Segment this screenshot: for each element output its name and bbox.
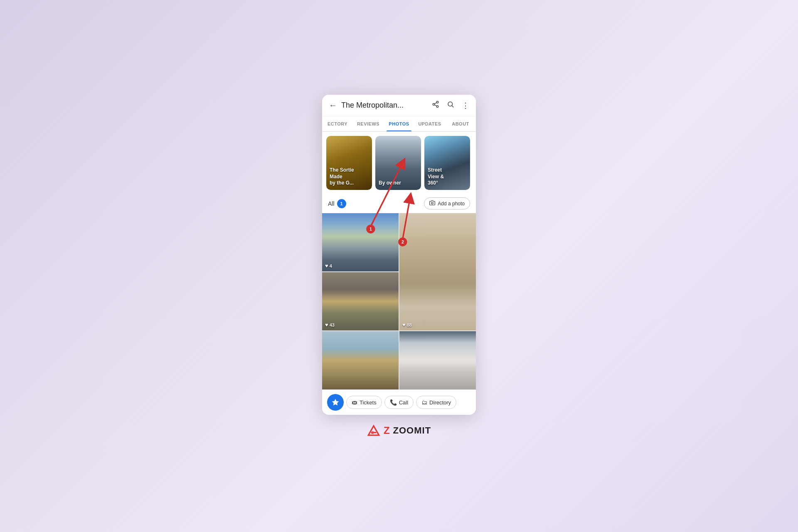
photo-cell-2[interactable]: ♥ 88	[399, 213, 476, 330]
phone-frame: ← The Metropolitan... ⋮ ECTORY	[322, 95, 476, 415]
svg-line-3	[434, 105, 436, 106]
zoomit-logo: Z Z ZOOMIT	[367, 424, 431, 437]
zoomit-text: ZOOMIT	[393, 425, 431, 436]
tickets-icon: 🎟	[352, 399, 357, 406]
svg-point-5	[448, 102, 453, 106]
svg-line-6	[452, 106, 453, 107]
category-by-owner-label: By owner	[379, 180, 418, 187]
category-street-view-label: StreetView &360°	[428, 167, 467, 187]
header: ← The Metropolitan... ⋮	[322, 95, 476, 116]
tickets-button[interactable]: 🎟 Tickets	[346, 396, 382, 409]
photo-likes-2: ♥ 88	[402, 322, 412, 328]
add-photo-label: Add a photo	[438, 201, 465, 207]
search-icon[interactable]	[447, 101, 454, 110]
heart-icon-3: ♥	[325, 322, 328, 328]
photo-controls: All 1 Add a photo	[322, 194, 476, 213]
share-icon[interactable]	[432, 101, 439, 110]
photo-likes-3: ♥ 43	[325, 322, 335, 328]
call-icon: 📞	[390, 399, 397, 406]
all-label: All	[328, 200, 335, 207]
tab-bar: ECTORY REVIEWS PHOTOS UPDATES ABOUT	[322, 116, 476, 132]
directory-button[interactable]: 🗂 Directory	[416, 396, 456, 409]
page-title: The Metropolitan...	[341, 101, 428, 110]
photo-likes-1: ♥ 4	[325, 263, 332, 269]
svg-marker-8	[332, 399, 339, 406]
svg-point-7	[431, 202, 433, 204]
category-painting[interactable]: The SortieMadeby the G...	[326, 136, 372, 190]
photo-grid: ♥ 4 ♥ 88 ♥ 43	[322, 213, 476, 389]
photo-cell-6[interactable]	[399, 331, 476, 389]
bottom-bar: 🎟 Tickets 📞 Call 🗂 Directory	[322, 389, 476, 415]
zoomit-z: Z	[384, 425, 390, 436]
call-button[interactable]: 📞 Call	[384, 396, 414, 409]
heart-icon-2: ♥	[402, 322, 406, 328]
tab-reviews[interactable]: REVIEWS	[353, 116, 384, 131]
photo-categories: The SortieMadeby the G... By owner Stree…	[322, 132, 476, 194]
category-street-view[interactable]: StreetView &360°	[424, 136, 470, 190]
tickets-label: Tickets	[360, 399, 377, 406]
back-button[interactable]: ←	[329, 101, 337, 110]
photo-cell-5[interactable]	[322, 331, 399, 389]
add-photo-button[interactable]: Add a photo	[424, 197, 470, 209]
main-action-button[interactable]	[327, 394, 344, 411]
directory-label: Directory	[429, 399, 451, 406]
more-icon[interactable]: ⋮	[462, 101, 469, 110]
directory-icon: 🗂	[421, 399, 427, 406]
all-filter[interactable]: All 1	[328, 199, 346, 208]
zoomit-icon: Z	[367, 424, 380, 437]
call-label: Call	[399, 399, 408, 406]
tab-updates[interactable]: UPDATES	[414, 116, 445, 131]
header-actions: ⋮	[432, 101, 469, 110]
category-by-owner[interactable]: By owner	[375, 136, 421, 190]
svg-text:Z: Z	[371, 430, 374, 435]
svg-line-4	[434, 103, 436, 104]
photo-cell-1[interactable]: ♥ 4	[322, 213, 399, 271]
tab-photos[interactable]: PHOTOS	[384, 116, 414, 131]
category-painting-label: The SortieMadeby the G...	[330, 167, 369, 187]
photo-cell-3[interactable]: ♥ 43	[322, 272, 399, 330]
tab-directory[interactable]: ECTORY	[322, 116, 353, 131]
camera-icon	[429, 200, 435, 207]
annotation-badge-1: 1	[337, 199, 346, 208]
heart-icon: ♥	[325, 263, 328, 269]
tab-about[interactable]: ABOUT	[445, 116, 476, 131]
